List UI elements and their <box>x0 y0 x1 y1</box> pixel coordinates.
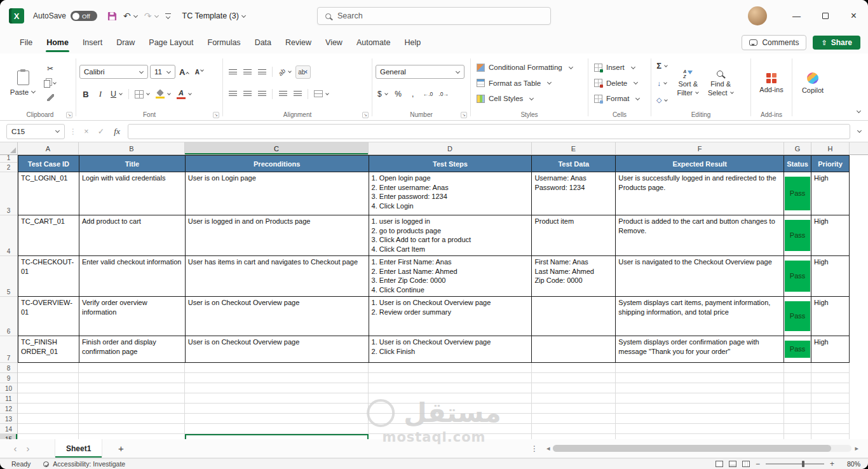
tab-home[interactable]: Home <box>39 32 76 53</box>
font-name-select[interactable]: Calibri <box>79 65 148 79</box>
font-dialog-launcher[interactable]: ↘ <box>213 112 219 118</box>
paste-button[interactable]: Paste <box>8 68 38 99</box>
cell-test-steps[interactable]: 1. user is logged in 2. go to products p… <box>369 215 532 256</box>
align-left-button[interactable] <box>226 87 239 100</box>
horizontal-scrollbar[interactable] <box>553 445 851 452</box>
cell-preconditions[interactable]: User is on Checkout Overview page <box>186 336 369 363</box>
align-top-button[interactable] <box>226 65 239 79</box>
minimize-button[interactable]: — <box>782 0 811 32</box>
cell-status[interactable]: Pass <box>784 297 811 336</box>
autosave-toggle[interactable]: Off <box>71 11 97 21</box>
table-header-status[interactable]: Status <box>784 156 811 172</box>
cell-test-steps[interactable]: 1. User is on Checkout Overview page 2. … <box>369 336 532 363</box>
cell-priority[interactable]: High <box>811 215 850 256</box>
cell-preconditions[interactable]: User is on Checkout Overview page <box>186 297 369 336</box>
cell-test-steps[interactable]: 1. Enter First Name: Anas 2. Enter Last … <box>369 256 532 297</box>
excel-logo-icon[interactable]: X <box>9 8 24 24</box>
empty-grid-rows[interactable] <box>18 363 850 439</box>
row-header[interactable]: 10 <box>0 383 17 393</box>
sheet-nav-left-button[interactable]: ‹ <box>9 443 22 454</box>
tab-file[interactable]: File <box>13 32 39 53</box>
column-header[interactable]: H <box>811 142 850 154</box>
table-header-test-case-id[interactable]: Test Case ID <box>18 156 79 172</box>
enter-entry-button[interactable]: ✓ <box>96 126 106 136</box>
cell-test-data[interactable]: Username: Anas Password: 1234 <box>532 172 616 215</box>
cell-styles-button[interactable]: Cell Styles <box>474 94 585 104</box>
insert-cells-button[interactable]: Insert <box>592 63 648 72</box>
format-cells-button[interactable]: Format <box>592 94 648 104</box>
tab-draw[interactable]: Draw <box>109 32 142 53</box>
row-header[interactable]: 8 <box>0 363 17 373</box>
cell-title[interactable]: Enter valid checkout information <box>79 256 186 297</box>
column-header[interactable]: E <box>532 142 616 154</box>
tab-view[interactable]: View <box>318 32 349 53</box>
row-header[interactable]: 11 <box>0 393 17 404</box>
cell-test-case-id[interactable]: TC_LOGIN_01 <box>18 172 79 215</box>
cell-expected-result[interactable]: User is navigated to the Checkout Overvi… <box>616 256 784 297</box>
selected-cell-C15[interactable] <box>185 434 369 439</box>
cell-test-case-id[interactable]: TC-OVERVIEW-01 <box>18 297 79 336</box>
row-header[interactable]: 13 <box>0 414 17 424</box>
undo-button[interactable]: ↶ <box>123 11 138 21</box>
accessibility-status[interactable]: Accessibility: Investigate <box>43 460 125 468</box>
cell-title[interactable]: Finish order and display confirmation pa… <box>79 336 186 363</box>
column-header[interactable]: A <box>18 142 79 154</box>
cell-expected-result[interactable]: User is successfully logged in and redir… <box>616 172 784 215</box>
autosum-button[interactable]: Σ <box>654 59 670 72</box>
wrap-text-button[interactable]: ab <box>295 65 311 79</box>
share-button[interactable]: ⇧Share <box>813 36 860 50</box>
tab-page-layout[interactable]: Page Layout <box>142 32 200 53</box>
search-box[interactable]: Search <box>317 7 551 25</box>
comma-style-button[interactable]: , <box>407 88 419 101</box>
row-header[interactable]: 12 <box>0 404 17 414</box>
orientation-button[interactable]: ab <box>276 65 294 79</box>
table-header-priority[interactable]: Priority <box>811 156 850 172</box>
clipboard-dialog-launcher[interactable]: ↘ <box>66 112 72 118</box>
cell-test-data[interactable]: First Name: Anas Last Name: Ahmed Zip Co… <box>532 256 616 297</box>
cell-status[interactable]: Pass <box>784 172 811 215</box>
zoom-slider[interactable] <box>766 461 824 467</box>
table-header-test-data[interactable]: Test Data <box>532 156 616 172</box>
tab-formulas[interactable]: Formulas <box>201 32 248 53</box>
increase-decimal-button[interactable]: ←.0 <box>421 88 435 101</box>
copilot-button[interactable]: Copilot <box>796 57 830 109</box>
close-button[interactable]: × <box>839 0 868 32</box>
collapse-ribbon-button[interactable] <box>857 104 860 115</box>
page-layout-view-button[interactable] <box>729 461 736 467</box>
redo-button[interactable]: ↷ <box>144 11 159 21</box>
delete-cells-button[interactable]: Delete <box>592 78 648 88</box>
qat-customize-button[interactable] <box>165 13 171 19</box>
fill-color-button[interactable] <box>154 88 173 101</box>
tab-help[interactable]: Help <box>397 32 428 53</box>
row-header[interactable]: 1 <box>0 155 17 163</box>
cell-expected-result[interactable]: System displays cart items, payment info… <box>616 297 784 336</box>
normal-view-button[interactable] <box>715 461 723 467</box>
select-all-button[interactable] <box>0 142 18 154</box>
cell-status[interactable]: Pass <box>784 256 811 297</box>
cell-preconditions[interactable]: User has items in cart and navigates to … <box>186 256 369 297</box>
cell-test-case-id[interactable]: TC-CHECKOUT-01 <box>18 256 79 297</box>
cell-expected-result[interactable]: System displays order confirmation page … <box>616 336 784 363</box>
percent-style-button[interactable]: % <box>392 88 405 101</box>
zoom-in-button[interactable]: + <box>830 459 834 468</box>
cell-title[interactable]: Add product to cart <box>79 215 186 256</box>
increase-indent-button[interactable] <box>291 87 304 100</box>
sheet-options-dots[interactable]: ⋮ <box>531 444 538 453</box>
font-color-button[interactable]: A <box>175 88 194 101</box>
number-format-select[interactable]: General <box>376 65 465 79</box>
bold-button[interactable]: B <box>79 88 92 101</box>
table-header-preconditions[interactable]: Preconditions <box>186 156 369 172</box>
save-button[interactable] <box>107 11 117 21</box>
cancel-entry-button[interactable]: × <box>81 127 92 136</box>
avatar[interactable] <box>748 6 767 25</box>
row-header[interactable]: 4 <box>0 215 17 256</box>
cell-title[interactable]: Login with valid credentials <box>79 172 186 215</box>
row-header[interactable]: 2 <box>0 163 17 172</box>
tab-review[interactable]: Review <box>278 32 318 53</box>
cell-test-steps[interactable]: 1. User is on Checkout Overview page 2. … <box>369 297 532 336</box>
row-header[interactable]: 7 <box>0 336 17 363</box>
cut-button[interactable]: ✂ <box>42 62 58 76</box>
tab-data[interactable]: Data <box>248 32 278 53</box>
comments-button[interactable]: Comments <box>742 35 806 50</box>
row-header[interactable]: 6 <box>0 297 17 336</box>
